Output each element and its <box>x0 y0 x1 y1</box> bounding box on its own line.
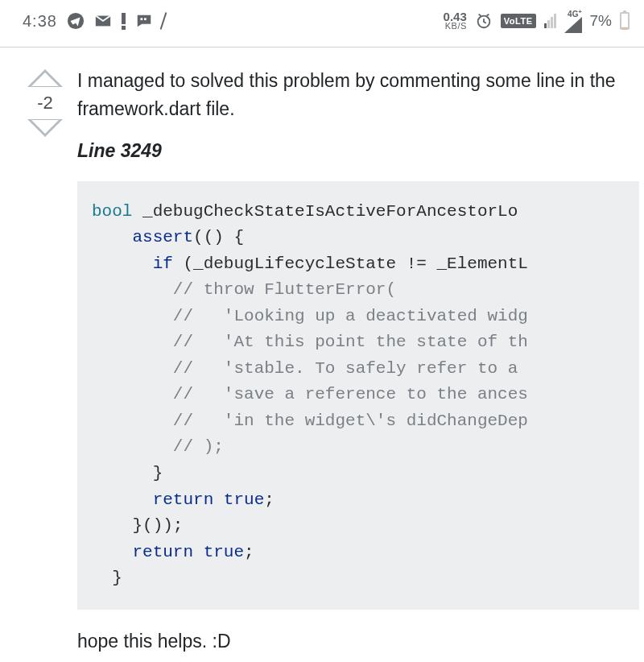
code-keyword-bool: bool <box>92 202 132 221</box>
signal-triangle-icon <box>564 17 582 33</box>
code-keyword-if: if <box>153 254 173 273</box>
slash-icon <box>160 12 167 30</box>
warning-exclaim-icon <box>122 13 126 30</box>
code-close-brace-1: } <box>153 464 163 482</box>
code-comment-5: // 'save a reference to the ances <box>173 385 528 403</box>
code-keyword-assert: assert <box>132 228 193 246</box>
battery-percentage: 7% <box>590 12 612 30</box>
code-semi-2: ; <box>244 543 254 561</box>
code-comment-1: // throw FlutterError( <box>173 280 396 299</box>
code-fn-name: _debugCheckStateIsActiveForAncestorLo <box>132 202 518 221</box>
code-true-2: true <box>193 543 244 561</box>
downvote-button[interactable] <box>27 118 63 136</box>
code-comment-3: // 'At this point the state of th <box>173 333 528 351</box>
network-speed: 0.43 KB/S <box>444 11 467 30</box>
answer-closing: hope this helps. :D <box>77 627 639 656</box>
status-left-cluster: 4:38 <box>23 12 164 31</box>
network-gen-sup: + <box>578 9 581 14</box>
code-if-expr: (_debugLifecycleState != _ElementL <box>173 254 528 273</box>
volte-badge: VoLTE <box>501 14 536 28</box>
battery-icon <box>620 12 630 30</box>
network-speed-unit: KB/S <box>445 23 467 31</box>
code-comment-4: // 'stable. To safely refer to a <box>173 359 528 378</box>
code-assert-tail: (() { <box>193 228 244 246</box>
code-block[interactable]: bool _debugCheckStateIsActiveForAncestor… <box>77 181 639 610</box>
status-time: 4:38 <box>23 12 57 31</box>
code-comment-6: // 'in the widget\'s didChangeDep <box>173 412 528 430</box>
code-true-1: true <box>213 490 264 509</box>
signal-bars-1-icon <box>544 14 556 28</box>
vote-score: -2 <box>37 93 53 114</box>
code-comment-7: // ); <box>173 437 224 456</box>
svg-rect-2 <box>140 18 142 20</box>
line-number-label: Line 3249 <box>77 137 639 165</box>
answer-body: I managed to solved this problem by comm… <box>77 67 644 655</box>
android-status-bar: 4:38 0.43 KB/S VoLTE 4G+ 7% <box>0 0 644 42</box>
code-keyword-return-2: return <box>132 543 193 561</box>
message-icon <box>135 12 153 30</box>
code-assert-close: }()); <box>132 516 183 535</box>
code-fn-close: } <box>112 569 122 587</box>
code-comment-2: // 'Looking up a deactivated widg <box>173 307 528 325</box>
code-semi-1: ; <box>264 490 275 509</box>
code-keyword-return-1: return <box>153 490 214 509</box>
answer-post: -2 I managed to solved this problem by c… <box>0 48 644 655</box>
vote-controls: -2 <box>13 67 77 655</box>
battery-level <box>621 27 628 28</box>
alarm-icon <box>475 12 493 30</box>
status-right-cluster: 0.43 KB/S VoLTE 4G+ 7% <box>444 9 630 33</box>
svg-rect-3 <box>144 18 147 20</box>
network-gen: 4G+ <box>564 9 582 33</box>
upvote-button[interactable] <box>27 70 63 88</box>
gmail-icon <box>94 12 112 30</box>
answer-intro: I managed to solved this problem by comm… <box>77 67 639 122</box>
telegram-icon <box>67 12 85 30</box>
